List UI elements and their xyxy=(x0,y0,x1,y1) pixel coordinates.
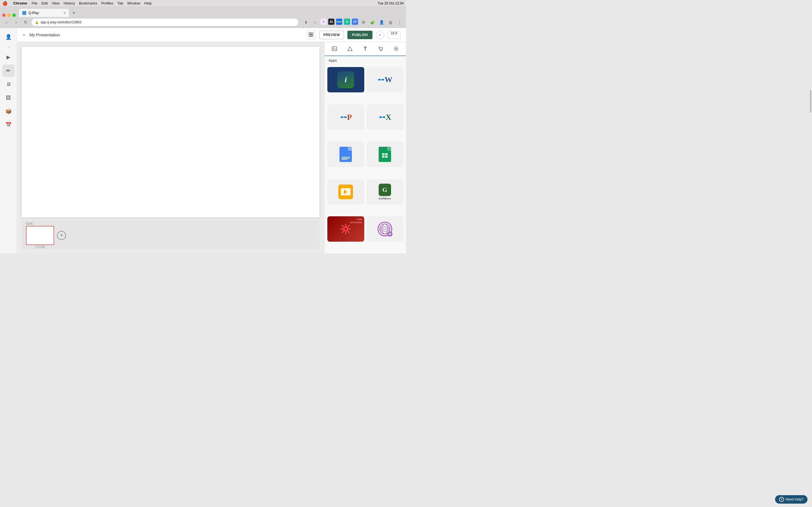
calendar-icon: 📅 xyxy=(5,122,11,128)
gdocs-icon xyxy=(340,147,352,162)
panel-cart-tool-button[interactable] xyxy=(375,44,386,54)
golfmore-icon: G GolfMore xyxy=(378,184,391,200)
sidebar: 👤 › ▶ ✏ 🖥 🖼 📦 📅 xyxy=(0,28,17,253)
tab-bar: Q-Play × + xyxy=(0,7,406,17)
tab-favicon xyxy=(22,11,26,15)
sidebar-item-calendar[interactable]: 📅 xyxy=(2,119,15,131)
app-card-excel[interactable]: X xyxy=(366,105,403,130)
sidebar-toggle-button[interactable]: ▥ xyxy=(387,18,394,26)
svg-marker-6 xyxy=(348,47,352,51)
menu-file[interactable]: File xyxy=(32,1,38,5)
menu-profiles[interactable]: Profiles xyxy=(101,1,113,5)
app-card-word[interactable]: W xyxy=(366,67,403,93)
grid-view-button[interactable] xyxy=(307,31,316,40)
excel-icon: X xyxy=(378,113,391,122)
sidebar-expand-button[interactable]: › xyxy=(6,44,12,50)
ext-creative-cloud[interactable]: ✦ xyxy=(320,18,326,25)
thumbnail-bottom-area: 5295 117236 + xyxy=(21,221,320,249)
panel-toolbar: T xyxy=(324,42,406,56)
users-icon: 👤 xyxy=(5,34,11,40)
app-card-powerpoint[interactable]: P xyxy=(327,105,364,130)
menu-edit[interactable]: Edit xyxy=(42,1,48,5)
sidebar-item-media[interactable]: ▶ xyxy=(2,51,15,63)
cart-tool-icon xyxy=(378,46,384,52)
minimize-window-button[interactable] xyxy=(7,13,11,17)
share-button[interactable]: ⬆ xyxy=(302,18,310,26)
address-input[interactable]: 🔒 app.q-play.net/editor/23863 xyxy=(32,18,298,26)
maximize-window-button[interactable] xyxy=(12,13,16,17)
browser-chrome: Q-Play × + ‹ › ↻ 🔒 app.q-play.net/editor… xyxy=(0,7,406,28)
menu-view[interactable]: View xyxy=(52,1,59,5)
slide-canvas[interactable] xyxy=(21,47,320,218)
svg-rect-4 xyxy=(332,47,337,51)
forward-button[interactable]: › xyxy=(12,18,20,26)
shapes-tool-icon xyxy=(347,46,353,52)
menu-window[interactable]: Window xyxy=(127,1,140,5)
ext-adobe[interactable]: Ai xyxy=(328,18,335,25)
add-slide-button[interactable]: + xyxy=(57,231,66,240)
refresh-button[interactable]: ↻ xyxy=(22,18,29,26)
slide-thumbnail[interactable] xyxy=(26,226,54,245)
ext-new-badge[interactable]: NEW xyxy=(336,18,342,25)
panel-shapes-tool-button[interactable] xyxy=(345,44,355,54)
settings-tool-icon xyxy=(393,46,399,52)
app-card-globe[interactable] xyxy=(366,216,403,242)
sidebar-item-edit[interactable]: ✏ xyxy=(2,64,15,77)
ext-grammarly[interactable]: G xyxy=(344,18,350,25)
svg-line-18 xyxy=(342,231,343,233)
back-button[interactable]: ‹ xyxy=(3,18,10,26)
svg-point-9 xyxy=(395,48,397,50)
svg-rect-0 xyxy=(309,33,311,34)
app-card-golfmore[interactable]: G GolfMore xyxy=(366,179,403,205)
svg-point-7 xyxy=(380,50,381,51)
bookmark-button[interactable]: ☆ xyxy=(311,18,319,26)
ext-extensions[interactable]: 🧩 xyxy=(369,18,376,26)
close-window-button[interactable] xyxy=(2,13,6,17)
pencil-icon: ✏ xyxy=(22,33,26,37)
presentation-title[interactable]: My Presentation xyxy=(29,33,60,37)
app-card-gdocs[interactable] xyxy=(327,142,364,167)
profile-button[interactable]: 👤 xyxy=(378,18,385,26)
svg-rect-3 xyxy=(311,35,313,37)
tab-title: Q-Play xyxy=(29,11,61,15)
aspect-ratio-button[interactable]: 16:9 xyxy=(388,31,400,39)
app-card-gslides[interactable] xyxy=(327,179,364,205)
menubar: 🍎 Chrome File Edit View History Bookmark… xyxy=(0,0,406,7)
browser-tab-qplay[interactable]: Q-Play × xyxy=(18,8,69,17)
apple-menu[interactable]: 🍎 xyxy=(2,1,8,6)
sidebar-item-preview[interactable]: 🖥 xyxy=(2,78,15,91)
editor-area: 5295 117236 + xyxy=(17,42,406,253)
check-button[interactable]: ✓ xyxy=(376,31,384,39)
panel-settings-tool-button[interactable] xyxy=(391,44,401,54)
menu-tab[interactable]: Tab xyxy=(117,1,123,5)
app-card-virus[interactable]: Antalvaccinerede xyxy=(327,216,364,242)
ext-1password[interactable]: 1P xyxy=(352,18,358,25)
powerpoint-icon: P xyxy=(340,113,352,122)
app-card-gsheets[interactable] xyxy=(366,142,403,167)
slide-number: 5295 xyxy=(26,222,54,225)
panel-text-tool-button[interactable]: T xyxy=(360,44,370,54)
tab-close-button[interactable]: × xyxy=(63,11,66,15)
new-tab-button[interactable]: + xyxy=(70,9,78,17)
sidebar-item-widgets[interactable]: 📦 xyxy=(2,105,15,117)
publish-button[interactable]: PUBLISH xyxy=(347,31,372,39)
menu-history[interactable]: History xyxy=(63,1,75,5)
panel-image-tool-button[interactable] xyxy=(329,44,340,54)
sidebar-item-users[interactable]: 👤 xyxy=(2,31,15,43)
top-toolbar: ✏ My Presentation PREVIEW PUBLISH ✓ 16:9 xyxy=(17,28,406,42)
app-name[interactable]: Chrome xyxy=(13,1,27,5)
menu-time: Tue 25 Oct 12:54 xyxy=(378,1,404,5)
svg-rect-1 xyxy=(311,33,313,34)
menu-bookmarks[interactable]: Bookmarks xyxy=(79,1,97,5)
more-options-button[interactable]: ⋮ xyxy=(396,18,403,26)
svg-point-8 xyxy=(382,50,382,51)
ext-chrome-logo[interactable]: ⚙ xyxy=(360,18,367,26)
globe-icon xyxy=(377,222,392,236)
app-card-qplay[interactable]: i xyxy=(327,67,364,93)
svg-point-19 xyxy=(345,228,347,230)
preview-button[interactable]: PREVIEW xyxy=(319,31,344,39)
sidebar-item-images[interactable]: 🖼 xyxy=(2,92,15,104)
qplay-icon: i xyxy=(337,71,354,88)
slide-thumbnail-container: 117236 xyxy=(26,226,54,249)
menu-help[interactable]: Help xyxy=(144,1,152,5)
